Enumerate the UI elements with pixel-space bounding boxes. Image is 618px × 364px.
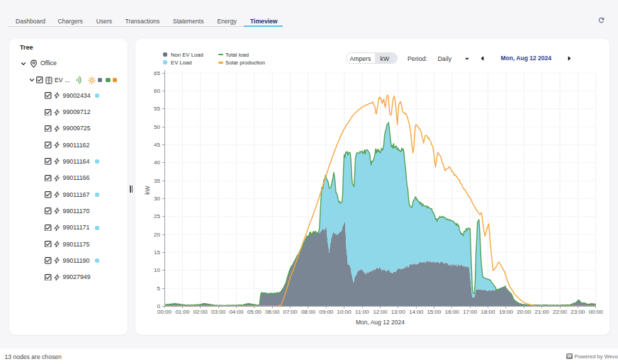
svg-text:09:00: 09:00	[319, 309, 334, 315]
svg-text:21:00: 21:00	[534, 309, 549, 315]
svg-text:35: 35	[154, 177, 160, 183]
svg-text:50: 50	[154, 123, 160, 130]
svg-text:22:00: 22:00	[552, 309, 567, 315]
svg-text:20: 20	[154, 231, 160, 237]
svg-text:08:00: 08:00	[300, 309, 315, 315]
svg-text:18:00: 18:00	[481, 309, 495, 315]
svg-text:03:00: 03:00	[211, 309, 226, 315]
svg-text:10: 10	[154, 267, 160, 273]
svg-text:60: 60	[154, 88, 160, 94]
svg-text:01:00: 01:00	[175, 309, 190, 315]
svg-text:17:00: 17:00	[463, 309, 478, 315]
svg-text:05:00: 05:00	[247, 309, 262, 315]
svg-text:14:00: 14:00	[409, 309, 424, 315]
svg-text:00:00: 00:00	[157, 309, 172, 315]
svg-text:13:00: 13:00	[391, 309, 405, 315]
svg-text:5: 5	[157, 285, 160, 291]
svg-text:11:00: 11:00	[355, 309, 369, 315]
svg-text:07:00: 07:00	[283, 309, 298, 315]
svg-text:06:00: 06:00	[265, 309, 280, 315]
svg-text:45: 45	[154, 142, 160, 148]
svg-text:65: 65	[154, 69, 160, 76]
svg-text:15: 15	[154, 249, 160, 255]
svg-text:00:00: 00:00	[588, 309, 603, 315]
svg-text:kW: kW	[144, 186, 151, 194]
svg-text:15:00: 15:00	[427, 309, 442, 315]
svg-text:12:00: 12:00	[373, 309, 388, 315]
svg-text:Mon, Aug 12 2024: Mon, Aug 12 2024	[355, 319, 404, 326]
svg-text:0: 0	[157, 302, 160, 309]
svg-text:23:00: 23:00	[571, 309, 585, 315]
svg-text:55: 55	[154, 106, 160, 112]
svg-text:40: 40	[154, 159, 160, 166]
svg-text:16:00: 16:00	[444, 309, 459, 315]
svg-text:04:00: 04:00	[229, 309, 244, 315]
svg-text:02:00: 02:00	[193, 309, 208, 315]
svg-text:25: 25	[154, 213, 160, 220]
svg-text:30: 30	[154, 195, 160, 202]
svg-text:19:00: 19:00	[498, 309, 513, 315]
svg-text:20:00: 20:00	[517, 309, 532, 315]
svg-text:10:00: 10:00	[337, 309, 352, 315]
